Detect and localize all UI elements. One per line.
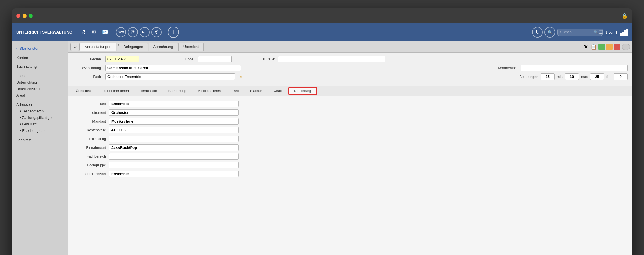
sidebar-item-lehrkraft[interactable]: Lehrkraft: [12, 137, 68, 143]
fachgruppe-input[interactable]: [109, 162, 239, 168]
fach-label: Fach: [73, 75, 101, 79]
sidebar-back[interactable]: < Startfenster: [12, 45, 68, 52]
fachbereich-input[interactable]: [109, 153, 239, 160]
unterrichtsart-label: Unterrichtsart: [75, 172, 109, 176]
max-label: max: [581, 75, 588, 79]
print-icon[interactable]: 🖨: [79, 28, 88, 37]
gear-button[interactable]: ⚙: [70, 43, 80, 51]
add-button[interactable]: +: [168, 27, 179, 38]
tarif-label: Tarif: [75, 102, 109, 106]
belegungen-label: Belegungen: [516, 75, 538, 79]
frei-input[interactable]: [614, 73, 628, 80]
list-icon[interactable]: ☰: [599, 30, 603, 34]
einnahmeart-label: Einnahmeart: [75, 146, 109, 150]
tarif-input[interactable]: [109, 101, 239, 107]
sub-tab-kontierung[interactable]: Kontierung: [288, 87, 317, 95]
tab-belegungen[interactable]: f Belegungen: [117, 43, 148, 51]
sidebar-item-buchhaltung[interactable]: Buchhaltung: [12, 63, 68, 70]
close-button[interactable]: [16, 14, 20, 18]
sidebar-item-fach[interactable]: Fach: [12, 73, 68, 79]
refresh-button[interactable]: ↻: [532, 27, 543, 38]
detail-row-einnahmeart: Einnahmeart: [75, 144, 625, 151]
tab-abrechnung[interactable]: Abrechnung: [149, 43, 178, 51]
sub-tab-chart[interactable]: Chart: [268, 87, 288, 95]
status-toggle[interactable]: [622, 44, 630, 50]
belegungen-input[interactable]: [541, 73, 555, 80]
beginn-label: Beginn: [73, 57, 101, 61]
sub-tab-bar: Übersicht Teilnehmer:innen Terminliste B…: [68, 86, 632, 96]
belegungen-group: Belegungen min max frei: [516, 73, 628, 80]
sidebar-item-lehrkraft-addr[interactable]: • Lehrkraft: [12, 121, 68, 127]
fullscreen-button[interactable]: [29, 14, 33, 18]
sms-button[interactable]: SMS: [116, 27, 126, 37]
note-icon[interactable]: 📋: [590, 44, 597, 50]
ende-input[interactable]: [198, 56, 232, 62]
sidebar-section-buchhaltung: Buchhaltung: [12, 63, 68, 70]
beginn-input[interactable]: [105, 56, 139, 62]
min-input[interactable]: [565, 73, 579, 80]
max-input[interactable]: [590, 73, 604, 80]
sidebar: < Startfenster Konten Buchhaltung Fach U…: [12, 41, 68, 255]
teilleistung-input[interactable]: [109, 136, 239, 142]
bar-chart-icon: [620, 29, 628, 36]
instrument-label: Instrument: [75, 111, 109, 115]
form-row-beginn: Beginn Ende Kurs Nr.: [73, 56, 628, 62]
sub-tab-uebersicht[interactable]: Übersicht: [70, 87, 96, 95]
detail-row-fachgruppe: Fachgruppe: [75, 162, 625, 168]
mail-icon[interactable]: ✉: [90, 28, 99, 37]
sidebar-item-erziehungsber[interactable]: • Erziehungsber.: [12, 127, 68, 134]
mandant-input[interactable]: [109, 118, 239, 125]
bezeichnung-label: Bezeichnung: [73, 66, 101, 70]
sidebar-item-unterrichtsraum[interactable]: Unterrichtsraum: [12, 86, 68, 92]
detail-row-fachbereich: Fachbereich: [75, 153, 625, 160]
tab-uebersicht[interactable]: Übersicht: [178, 43, 204, 51]
status-red[interactable]: [614, 44, 620, 50]
sidebar-item-zahlungspflichtige[interactable]: • Zahlungspflichtige:r: [12, 114, 68, 121]
content: ⚙ Veranstaltungen f Belegungen Abrechnun…: [68, 41, 632, 255]
sub-tab-veroeffentlichen[interactable]: Veröffentlichen: [192, 87, 226, 95]
fach-input[interactable]: [105, 73, 235, 80]
edit-fach-icon[interactable]: ✏: [240, 75, 243, 79]
sub-tab-statistik[interactable]: Statistik: [245, 87, 268, 95]
sidebar-item-areal[interactable]: Areal: [12, 92, 68, 99]
teilleistung-label: Teilleistung: [75, 137, 109, 141]
bezeichnung-input[interactable]: [105, 65, 241, 71]
sub-tab-bemerkung[interactable]: Bemerkung: [163, 87, 192, 95]
sidebar-item-unterrichtsort[interactable]: Unterrichtsort: [12, 79, 68, 86]
sidebar-item-konten[interactable]: Konten: [12, 55, 68, 61]
search-detail-button[interactable]: 🔍: [544, 27, 555, 38]
euro-button[interactable]: €: [151, 27, 162, 37]
at-button[interactable]: @: [128, 27, 138, 37]
status-green[interactable]: [598, 44, 605, 50]
search-box: 🔍 ☰: [557, 29, 603, 36]
detail-row-instrument: Instrument: [75, 109, 625, 116]
tab-veranstaltungen[interactable]: Veranstaltungen: [80, 43, 116, 51]
main-layout: < Startfenster Konten Buchhaltung Fach U…: [12, 41, 632, 255]
app-button[interactable]: App: [140, 27, 150, 37]
mail2-icon[interactable]: 📧: [101, 28, 110, 37]
unterrichtsart-input[interactable]: [109, 171, 239, 177]
kostenstelle-input[interactable]: [109, 127, 239, 133]
sidebar-item-teilnehmer[interactable]: • Teilnehmer:in: [12, 108, 68, 114]
detail-row-unterrichtsart: Unterrichtsart: [75, 171, 625, 177]
instrument-input[interactable]: [109, 109, 239, 116]
einnahmeart-input[interactable]: [109, 144, 239, 151]
kurs-nr-label: Kurs Nr.: [248, 57, 276, 61]
sub-tab-tarif[interactable]: Tarif: [227, 87, 244, 95]
kommentar-input[interactable]: [521, 65, 628, 71]
fachgruppe-label: Fachgruppe: [75, 163, 109, 167]
app-title: UNTERRICHTSVERWALTUNG: [16, 30, 72, 34]
search-input[interactable]: [560, 30, 594, 34]
min-label: min: [557, 75, 563, 79]
eye-icon[interactable]: 👁: [584, 44, 589, 50]
form-row-bezeichnung: Bezeichnung Kommentar: [73, 65, 628, 71]
status-lights: [598, 44, 620, 50]
minimize-button[interactable]: [23, 14, 27, 18]
kurs-nr-input[interactable]: [278, 56, 385, 62]
detail-row-kostenstelle: Kostenstelle: [75, 127, 625, 133]
toolbar: UNTERRICHTSVERWALTUNG 🖨 ✉ 📧 SMS @ App € …: [12, 23, 632, 41]
sub-tab-terminliste[interactable]: Terminliste: [135, 87, 162, 95]
toolbar-right: 🔍 ☰ 1 von 1: [557, 29, 628, 36]
sub-tab-teilnehmer[interactable]: Teilnehmer:innen: [97, 87, 134, 95]
status-yellow[interactable]: [606, 44, 613, 50]
